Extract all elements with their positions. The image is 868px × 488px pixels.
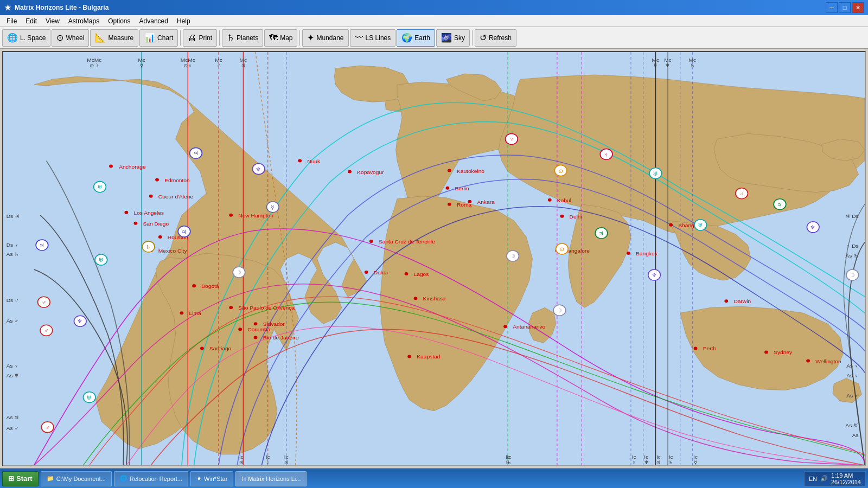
svg-point-26 [158,235,162,239]
wheel-icon: ⊙ [56,33,63,43]
svg-text:♂: ♂ [45,424,49,430]
svg-point-32 [180,311,184,314]
map-label: Map [280,34,292,42]
planets-label: Planets [237,34,258,42]
toolbar: 🌐 L. Space ⊙ Wheel 📐 Measure 📊 Chart 🖨 P… [0,27,868,49]
print-button[interactable]: 🖨 Print [183,29,217,47]
svg-text:♅: ♅ [87,394,93,400]
minimize-button[interactable]: ─ [826,2,838,13]
measure-button[interactable]: 📐 Measure [90,29,138,47]
svg-text:Ds ♀: Ds ♀ [7,242,19,248]
svg-point-66 [503,325,507,328]
svg-text:♆: ♆ [810,224,816,230]
svg-text:Coeur d'Alene: Coeur d'Alene [158,194,193,199]
start-button[interactable]: ⊞ Start [2,471,39,486]
refresh-icon: ↺ [480,33,487,43]
svg-point-52 [448,203,451,206]
svg-text:Mc: Mc [689,57,697,63]
svg-point-54 [468,200,471,203]
taskbar-item-winstar-label: Win*Star [204,476,227,482]
app-icon: ★ [4,3,11,12]
svg-text:⊙: ⊙ [559,246,565,252]
print-label: Print [199,34,212,42]
menu-edit[interactable]: Edit [21,16,41,26]
map-button[interactable]: 🗺 Map [264,29,297,47]
menu-advanced[interactable]: Advanced [135,16,173,26]
svg-text:♄: ♄ [507,460,512,465]
measure-icon: 📐 [95,33,106,43]
earth-button[interactable]: 🌍 Earth [397,29,435,47]
menu-options[interactable]: Options [104,16,135,26]
winstar-icon: ★ [196,475,202,482]
svg-point-20 [149,195,153,198]
svg-text:♂: ♂ [739,190,744,196]
refresh-button[interactable]: ↺ Refresh [475,29,516,47]
svg-text:New Hampton: New Hampton [238,213,273,218]
svg-text:Bogotá: Bogotá [201,284,219,289]
svg-text:São Paulo de Olivença: São Paulo de Olivença [238,305,295,311]
taskbar-item-winstar[interactable]: ★ Win*Star [190,471,233,486]
svg-text:♅: ♅ [98,257,104,263]
svg-text:♀: ♀ [509,136,514,142]
svg-text:♆: ♆ [665,63,671,68]
wheel-label: Wheel [66,34,84,42]
planets-button[interactable]: ♄ Planets [222,29,263,47]
svg-text:Anchorage: Anchorage [119,164,145,169]
svg-point-38 [254,322,258,325]
svg-point-42 [200,346,204,350]
svg-text:Corumbá: Corumbá [247,327,271,332]
svg-text:♃: ♃ [656,460,661,465]
map-container[interactable]: Anchorage Edmonton Coeur d'Alene Los Ang… [2,51,866,466]
chart-button[interactable]: 📊 Chart [139,29,178,47]
svg-text:Darwin: Darwin [733,299,751,304]
svg-text:♃: ♃ [239,460,244,465]
svg-text:☽: ☽ [510,253,516,259]
sky-button[interactable]: 🌌 Sky [436,29,470,47]
svg-text:♆: ♆ [77,318,83,324]
lslines-button[interactable]: 〰 LS Lines [350,29,396,47]
svg-text:Kautokeino: Kautokeino [457,168,484,174]
svg-text:♀: ♀ [604,151,608,157]
svg-text:Köpavogur: Köpavogur [357,169,384,175]
wheel-button[interactable]: ⊙ Wheel [52,29,89,47]
taskbar-item-mydocuments[interactable]: 📁 C:\My Document... [41,471,112,486]
menu-view[interactable]: View [41,16,64,26]
maximize-button[interactable]: □ [839,2,851,13]
print-icon: 🖨 [188,33,196,43]
taskbar-item-matrix[interactable]: H Matrix Horizons Li... [235,471,307,486]
svg-text:Bangkok: Bangkok [636,251,658,256]
svg-text:Ic: Ic [507,454,511,460]
svg-text:Ic: Ic [266,454,270,460]
svg-point-82 [764,350,768,354]
menu-help[interactable]: Help [173,16,195,26]
svg-point-62 [414,297,418,300]
svg-text:As ♀: As ♀ [7,363,18,368]
sky-label: Sky [454,34,465,42]
svg-point-48 [448,169,451,172]
refresh-label: Refresh [489,34,512,42]
svg-text:Mexico City: Mexico City [158,248,187,254]
svg-text:☿: ☿ [694,460,697,465]
svg-point-44 [298,159,302,163]
main-content: Anchorage Edmonton Coeur d'Alene Los Ang… [0,49,868,468]
date-display: 26/12/2014 [831,479,861,485]
lspace-icon: 🌐 [7,33,18,43]
menu-file[interactable]: File [2,16,21,26]
svg-text:♅: ♅ [97,184,103,190]
svg-text:☽: ☽ [236,269,242,275]
mundane-button[interactable]: ✦ Mundane [302,29,348,47]
network-icon: 🔊 [820,475,828,482]
menu-astromaps[interactable]: AstroMaps [64,16,104,26]
close-button[interactable]: ✕ [852,2,864,13]
svg-text:Sydney: Sydney [774,350,792,355]
svg-text:Rio de Janeiro: Rio de Janeiro [263,335,299,341]
taskbar-item-relocation[interactable]: 🌐 Relocation Report... [114,471,188,486]
svg-text:Lagos: Lagos [414,272,429,277]
svg-text:♃: ♃ [181,229,187,235]
svg-text:♅: ♅ [653,170,659,176]
svg-text:Santiago: Santiago [209,346,231,351]
svg-text:Delhi: Delhi [570,214,582,219]
svg-text:As ♀: As ♀ [846,373,858,378]
clock: 1:19 AM 26/12/2014 [831,472,861,485]
lspace-button[interactable]: 🌐 L. Space [2,29,50,47]
